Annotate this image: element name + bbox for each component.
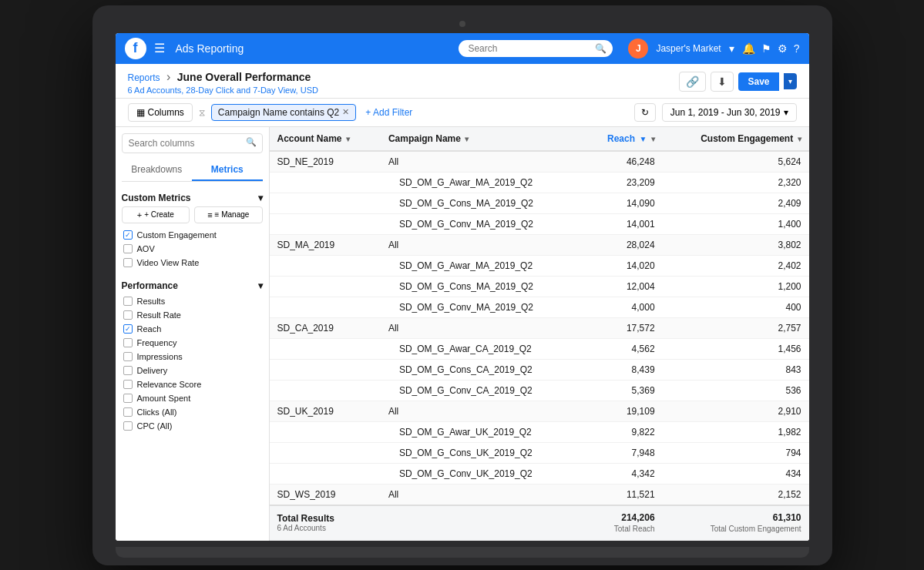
- create-button[interactable]: + + Create: [122, 206, 190, 223]
- metric-checkbox[interactable]: [123, 258, 133, 267]
- metric-checkbox[interactable]: [123, 297, 133, 306]
- metric-item[interactable]: Amount Spent: [122, 391, 263, 405]
- metric-item[interactable]: Result Rate: [122, 308, 263, 322]
- table-row[interactable]: SD_NE_2019 All 46,248 5,624: [270, 151, 809, 173]
- search-input[interactable]: [459, 40, 613, 57]
- metric-item[interactable]: AOV: [122, 242, 263, 256]
- metric-checkbox[interactable]: [123, 380, 133, 389]
- table-row[interactable]: SD_OM_G_Conv_CA_2019_Q2 5,369 536: [270, 380, 809, 401]
- col-dropdown-icon[interactable]: ▾: [346, 135, 350, 143]
- cell-campaign: SD_OM_G_Awar_MA_2019_Q2: [381, 255, 583, 276]
- bell-icon[interactable]: 🔔: [742, 42, 755, 55]
- cell-account: [270, 255, 381, 276]
- table-body: SD_NE_2019 All 46,248 5,624 SD_OM_G_Awar…: [270, 151, 809, 541]
- add-filter-button[interactable]: + Add Filter: [362, 104, 415, 121]
- metric-checkbox[interactable]: ✓: [123, 230, 133, 240]
- performance-metrics-list: Results Result Rate ✓ Reach Frequency Im…: [122, 294, 263, 433]
- metric-label: Video View Rate: [137, 258, 200, 267]
- col-custom-engagement[interactable]: Custom Engagement ▾: [663, 127, 809, 151]
- metric-label: Impressions: [137, 352, 183, 361]
- col-campaign-name[interactable]: Campaign Name ▾: [381, 127, 583, 151]
- table-row[interactable]: SD_OM_G_Conv_MA_2019_Q2 4,000 400: [270, 297, 809, 317]
- total-campaign: [381, 505, 583, 541]
- cell-engagement: 400: [663, 297, 809, 317]
- metric-item[interactable]: Relevance Score: [122, 377, 263, 391]
- cell-engagement: 2,757: [663, 317, 809, 338]
- store-name[interactable]: Jasper's Market: [656, 43, 721, 54]
- cell-campaign: All: [381, 151, 583, 173]
- cell-reach: 4,342: [583, 463, 663, 484]
- cell-campaign: SD_OM_G_Awar_CA_2019_Q2: [381, 338, 583, 359]
- breadcrumb-parent[interactable]: Reports: [128, 72, 160, 83]
- tab-breakdowns[interactable]: Breakdowns: [122, 159, 193, 181]
- table-row[interactable]: SD_OM_G_Awar_CA_2019_Q2 4,562 1,456: [270, 338, 809, 359]
- col-dropdown-icon[interactable]: ▾: [651, 135, 655, 143]
- manage-button[interactable]: ≡ ≡ Manage: [194, 206, 263, 223]
- metric-checkbox[interactable]: [123, 244, 133, 253]
- metric-label: Result Rate: [137, 310, 181, 320]
- link-button[interactable]: 🔗: [679, 72, 706, 92]
- refresh-button[interactable]: ↻: [634, 103, 656, 122]
- metric-item[interactable]: Frequency: [122, 336, 263, 350]
- metric-item[interactable]: ✓ Reach: [122, 322, 263, 336]
- metric-label: Custom Engagement: [137, 230, 217, 240]
- flag-icon[interactable]: ⚑: [761, 42, 771, 55]
- save-dropdown-button[interactable]: ▾: [784, 73, 797, 89]
- table-row[interactable]: SD_UK_2019 All 19,109 2,910: [270, 401, 809, 421]
- help-icon[interactable]: ?: [794, 42, 800, 55]
- metric-checkbox[interactable]: [123, 421, 133, 431]
- search-columns-input[interactable]: [122, 133, 263, 153]
- metric-item[interactable]: Results: [122, 294, 263, 308]
- metric-label: Amount Spent: [137, 394, 191, 403]
- metric-label: Delivery: [137, 366, 168, 375]
- gear-icon[interactable]: ⚙: [778, 42, 788, 55]
- col-account-name[interactable]: Account Name ▾: [270, 127, 381, 151]
- table-row[interactable]: SD_MA_2019 All 28,024 3,802: [270, 234, 809, 255]
- table-row[interactable]: SD_OM_G_Awar_MA_2019_Q2 14,020 2,402: [270, 255, 809, 276]
- table-row[interactable]: SD_OM_G_Cons_UK_2019_Q2 7,948 794: [270, 442, 809, 463]
- performance-title[interactable]: Performance ▾: [122, 276, 263, 294]
- table-row[interactable]: SD_OM_G_Conv_UK_2019_Q2 4,342 434: [270, 463, 809, 484]
- table-row[interactable]: SD_OM_G_Cons_CA_2019_Q2 8,439 843: [270, 359, 809, 380]
- metric-item[interactable]: CPC (All): [122, 419, 263, 433]
- search-wrap: 🔍: [459, 40, 613, 57]
- tab-metrics[interactable]: Metrics: [192, 159, 263, 181]
- cell-engagement: 2,320: [663, 172, 809, 193]
- metric-checkbox[interactable]: [123, 366, 133, 375]
- custom-metrics-title[interactable]: Custom Metrics ▾: [122, 188, 263, 206]
- metric-checkbox[interactable]: [123, 352, 133, 361]
- metric-item[interactable]: Clicks (All): [122, 405, 263, 419]
- metric-item[interactable]: Impressions: [122, 350, 263, 364]
- table-row[interactable]: SD_OM_G_Cons_MA_2019_Q2 14,090 2,409: [270, 193, 809, 213]
- hamburger-icon[interactable]: ☰: [154, 41, 165, 55]
- col-dropdown-icon[interactable]: ▾: [798, 135, 801, 143]
- dropdown-icon[interactable]: ▾: [729, 42, 734, 55]
- filter-chip-close[interactable]: ✕: [342, 107, 349, 117]
- col-reach[interactable]: Reach ▼ ▾: [583, 127, 663, 151]
- download-button[interactable]: ⬇: [711, 72, 734, 92]
- table-row[interactable]: SD_OM_G_Cons_MA_2019_Q2 12,004 1,200: [270, 276, 809, 297]
- save-button[interactable]: Save: [738, 72, 778, 91]
- cell-campaign: SD_OM_G_Cons_MA_2019_Q2: [381, 193, 583, 213]
- metric-item[interactable]: Delivery: [122, 364, 263, 377]
- col-dropdown-icon[interactable]: ▾: [465, 135, 469, 143]
- table-row[interactable]: SD_OM_G_Awar_UK_2019_Q2 9,822 1,982: [270, 421, 809, 442]
- table-row[interactable]: SD_CA_2019 All 17,572 2,757: [270, 317, 809, 338]
- table-row[interactable]: SD_OM_G_Conv_MA_2019_Q2 14,001 1,400: [270, 213, 809, 234]
- metric-item[interactable]: Video View Rate: [122, 256, 263, 270]
- table-row[interactable]: SD_OM_G_Awar_MA_2019_Q2 23,209 2,320: [270, 172, 809, 193]
- cell-campaign: All: [381, 317, 583, 338]
- columns-button[interactable]: ▦ Columns: [128, 103, 193, 122]
- metric-checkbox[interactable]: [123, 394, 133, 403]
- filter-bar: ▦ Columns ⧖ Campaign Name contains Q2 ✕ …: [116, 99, 809, 127]
- date-range-button[interactable]: Jun 1, 2019 - Jun 30, 2019 ▾: [662, 103, 797, 122]
- custom-metrics-actions: + + Create ≡ ≡ Manage: [122, 206, 263, 223]
- metric-checkbox[interactable]: [123, 310, 133, 320]
- cell-engagement: 5,624: [663, 151, 809, 173]
- metric-item[interactable]: ✓ Custom Engagement: [122, 228, 263, 242]
- metric-checkbox[interactable]: [123, 338, 133, 347]
- metric-checkbox[interactable]: ✓: [123, 324, 133, 334]
- nav-icons: 🔔 ⚑ ⚙ ?: [742, 42, 800, 55]
- metric-checkbox[interactable]: [123, 407, 133, 417]
- table-row[interactable]: SD_WS_2019 All 11,521 2,152: [270, 484, 809, 505]
